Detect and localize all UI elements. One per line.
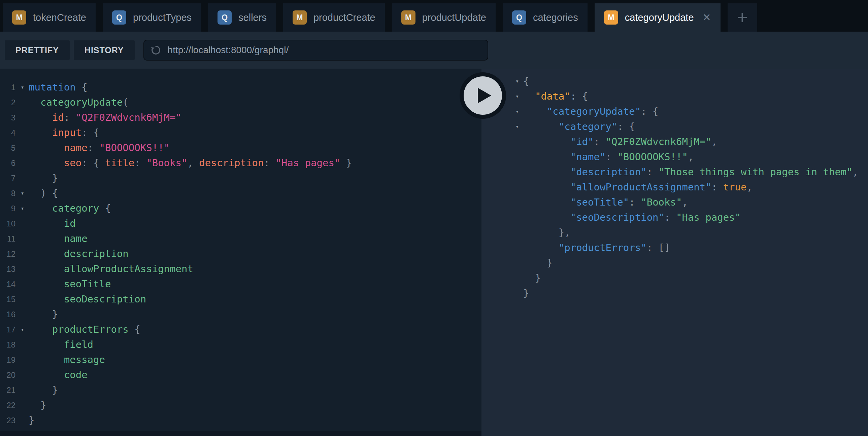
horizontal-scrollbar-track[interactable] (0, 431, 482, 436)
code-token: { (523, 75, 529, 87)
code-token: } (523, 272, 541, 283)
code-text: allowProductAssignment (29, 261, 193, 276)
code-token: }, (523, 227, 570, 238)
code-token: "productErrors" (559, 242, 647, 253)
code-line: "description": "Those things with pages … (511, 165, 868, 180)
tab-tokenCreate[interactable]: MtokenCreate (3, 3, 96, 32)
code-token: name (29, 233, 88, 244)
code-token: "category" (559, 121, 618, 132)
fold-arrow-icon[interactable]: ▾ (16, 80, 29, 95)
code-token: name (29, 142, 88, 154)
code-text: field (29, 337, 93, 352)
code-text: categoryUpdate( (29, 95, 129, 110)
line-number: 12 (0, 246, 16, 261)
fold-arrow-icon[interactable]: ▾ (16, 186, 29, 201)
code-text: id: "Q2F0ZWdvcnk6MjM=" (29, 110, 182, 125)
code-token: seoDescription (29, 293, 146, 305)
code-token: id (29, 218, 76, 229)
tab-label: productUpdate (422, 12, 486, 23)
code-line: 3 id: "Q2F0ZWdvcnk6MjM=" (0, 110, 482, 125)
code-line: 13 allowProductAssignment (0, 261, 482, 276)
tab-label: categories (533, 12, 578, 23)
code-token: } (29, 399, 46, 411)
code-line: ▾{ (511, 74, 868, 89)
code-line: ▾ "category": { (511, 119, 868, 134)
code-token: description (199, 157, 264, 169)
code-token: : (264, 157, 275, 169)
fold-spacer (16, 231, 29, 246)
code-line: 17▾ productErrors { (0, 322, 482, 337)
code-token: { (99, 203, 111, 214)
fold-arrow-icon[interactable]: ▾ (16, 201, 29, 216)
tab-productCreate[interactable]: MproductCreate (283, 3, 385, 32)
fold-arrow-icon[interactable]: ▾ (511, 119, 523, 134)
line-number: 7 (0, 171, 16, 186)
line-number: 15 (0, 292, 16, 307)
code-token: : (664, 212, 676, 223)
mutation-badge-icon: M (292, 10, 307, 25)
play-button-circle (464, 76, 502, 115)
code-token (523, 166, 570, 178)
tab-label: tokenCreate (33, 12, 86, 23)
code-line: 21 } (0, 382, 482, 398)
prettify-button[interactable]: PRETTIFY (5, 40, 70, 60)
line-number: 8 (0, 186, 16, 201)
tab-productUpdate[interactable]: MproductUpdate (392, 3, 496, 32)
code-token: , (187, 157, 199, 169)
fold-arrow-icon[interactable]: ▾ (511, 74, 523, 89)
code-line: "name": "BOOOOOKS!!", (511, 149, 868, 165)
code-line: 1▾mutation { (0, 80, 482, 95)
code-token: : (606, 151, 617, 163)
tab-label: productCreate (313, 12, 375, 23)
code-token: : (629, 197, 641, 208)
new-tab-button[interactable]: + (727, 3, 757, 32)
code-text: "category": { (523, 119, 635, 134)
code-text: input: { (29, 125, 99, 140)
code-text: mutation { (29, 80, 88, 95)
code-token: code (29, 369, 88, 380)
code-line: 10 id (0, 216, 482, 231)
line-number: 17 (0, 322, 16, 337)
fold-arrow-icon[interactable]: ▾ (511, 104, 523, 119)
code-text: "name": "BOOOOOKS!!", (523, 149, 693, 165)
endpoint-url-input[interactable] (167, 44, 482, 56)
code-text: }, (523, 225, 570, 240)
endpoint-url-bar[interactable] (144, 40, 488, 61)
code-token: "seoDescription" (570, 212, 664, 223)
code-token: "description" (570, 166, 647, 178)
reload-schema-icon[interactable] (150, 44, 162, 56)
line-number: 5 (0, 140, 16, 156)
history-button[interactable]: HISTORY (74, 40, 135, 60)
execute-query-button[interactable] (460, 72, 506, 119)
code-line: 14 seoTitle (0, 276, 482, 292)
tab-sellers[interactable]: Qsellers (208, 3, 276, 32)
code-line: } (511, 255, 868, 270)
close-tab-icon[interactable]: ✕ (703, 12, 711, 23)
code-text: "data": { (523, 89, 588, 104)
code-token: : { (82, 127, 99, 138)
code-token: mutation (29, 81, 76, 93)
code-token: : { (570, 91, 588, 102)
code-line: "productErrors": [] (511, 240, 868, 255)
code-line: 5 name: "BOOOOOKS!!" (0, 140, 482, 156)
main-area: 1▾mutation {2 categoryUpdate(3 id: "Q2F0… (0, 69, 868, 436)
query-editor-pane[interactable]: 1▾mutation {2 categoryUpdate(3 id: "Q2F0… (0, 69, 482, 436)
tab-productTypes[interactable]: QproductTypes (103, 3, 201, 32)
line-number: 1 (0, 80, 16, 95)
code-text: ) { (29, 186, 58, 201)
fold-arrow-icon[interactable]: ▾ (511, 89, 523, 104)
line-number: 2 (0, 95, 16, 110)
fold-spacer (16, 140, 29, 156)
code-text: } (29, 307, 58, 322)
tab-categories[interactable]: Qcategories (503, 3, 588, 32)
code-token: } (523, 257, 553, 268)
fold-spacer (16, 307, 29, 322)
fold-spacer (511, 225, 523, 240)
fold-arrow-icon[interactable]: ▾ (16, 322, 29, 337)
tab-categoryUpdate[interactable]: McategoryUpdate✕ (595, 3, 720, 32)
fold-spacer (511, 149, 523, 165)
code-text: name (29, 231, 88, 246)
code-line: 16 } (0, 307, 482, 322)
code-token: "data" (535, 91, 570, 102)
mutation-badge-icon: M (401, 10, 415, 25)
